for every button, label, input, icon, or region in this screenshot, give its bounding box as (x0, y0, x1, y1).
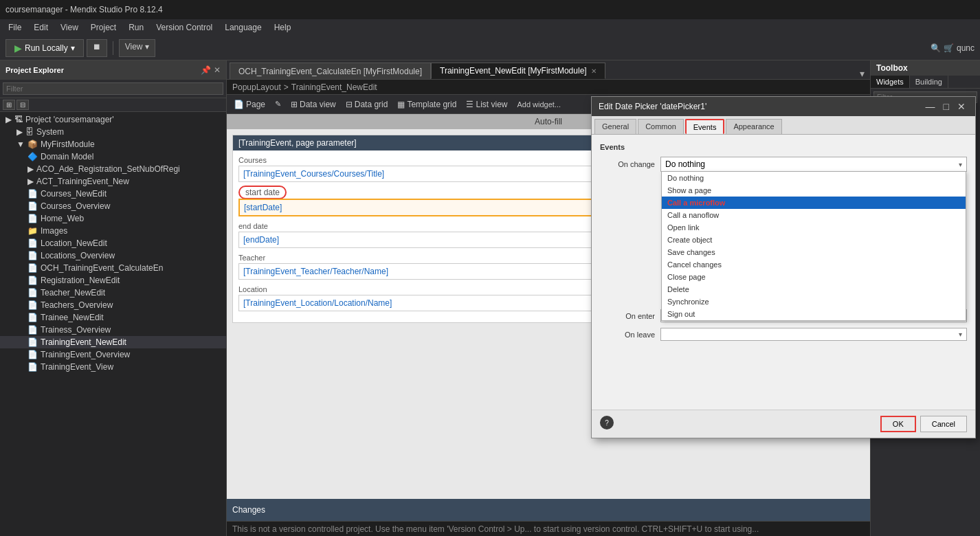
template-grid-btn[interactable]: ▦ Template grid (393, 98, 460, 111)
sidebar-header: Project Explorer 📌 ✕ (0, 60, 226, 80)
tree-courses-newedit[interactable]: 📄 Courses_NewEdit (0, 188, 226, 200)
tree-myfirstmodule[interactable]: ▼ 📦 MyFirstModule (0, 138, 226, 150)
tree-registration-newedit[interactable]: 📄 Registration_NewEdit (0, 274, 226, 287)
page-icon: 📄 (27, 300, 38, 310)
sidebar-filter-input[interactable] (3, 82, 223, 95)
option-synchronize[interactable]: Synchronize (662, 295, 966, 308)
menu-version-control[interactable]: Version Control (151, 21, 218, 34)
page-btn[interactable]: 📄 Page (230, 98, 269, 111)
tree-trainingevent-overview[interactable]: 📄 TrainingEvent_Overview (0, 348, 226, 361)
dialog-tab-general[interactable]: General (594, 119, 636, 134)
on-leave-label: On leave (600, 331, 655, 339)
tab-trainingevent[interactable]: TrainingEvent_NewEdit [MyFirstModule] ✕ (431, 63, 605, 79)
tree-act[interactable]: ▶ ACT_TrainingEvent_New (0, 175, 226, 188)
tab-close-icon[interactable]: ✕ (591, 67, 597, 75)
tree-images[interactable]: 📁 Images (0, 225, 226, 237)
run-dropdown-arrow[interactable]: ▾ (71, 43, 75, 53)
menu-language[interactable]: Language (219, 21, 267, 34)
menu-project[interactable]: Project (85, 21, 122, 34)
option-cancel-changes[interactable]: Cancel changes (662, 258, 966, 271)
breadcrumb-popuplayout[interactable]: PopupLayout (232, 82, 281, 92)
tree-home-web[interactable]: 📄 Home_Web (0, 212, 226, 225)
option-call-nanoflow[interactable]: Call a nanoflow (662, 209, 966, 221)
run-locally-button[interactable]: ▶ Run Locally ▾ (5, 39, 84, 57)
dialog-tab-common[interactable]: Common (638, 119, 684, 134)
tree-teacher-newedit[interactable]: 📄 Teacher_NewEdit (0, 287, 226, 299)
tree-trainee-newedit[interactable]: 📄 Trainee_NewEdit (0, 311, 226, 324)
title-text: coursemanager - Mendix Studio Pro 8.12.4 (5, 5, 163, 14)
menu-run[interactable]: Run (123, 21, 149, 34)
listview-icon: ☰ (466, 100, 474, 109)
option-do-nothing[interactable]: Do nothing (662, 172, 966, 184)
tree-trainingevent-newedit[interactable]: 📄 TrainingEvent_NewEdit (0, 336, 226, 348)
dialog-close-btn[interactable]: ✕ (955, 101, 968, 112)
collapse-btn[interactable]: ⊞ (3, 100, 15, 110)
tree-location-newedit[interactable]: 📄 Location_NewEdit (0, 237, 226, 249)
dialog-title-bar: Edit Date Picker 'datePicker1' — □ ✕ (592, 97, 975, 116)
list-view-btn[interactable]: ☰ List view (462, 98, 511, 111)
tree-system[interactable]: ▶ 🗄 System (0, 126, 226, 138)
breadcrumb-page[interactable]: TrainingEvent_NewEdit (291, 82, 377, 92)
dialog-help-icon[interactable]: ? (600, 416, 614, 429)
option-create-object[interactable]: Create object (662, 234, 966, 246)
page-icon: 📄 (27, 276, 38, 285)
tree-domain-model[interactable]: 🔷 Domain Model (0, 150, 226, 163)
tab-building[interactable]: Building (910, 76, 948, 88)
close-sidebar-icon[interactable]: ✕ (214, 65, 221, 75)
tree-courses-overview[interactable]: 📄 Courses_Overview (0, 200, 226, 212)
option-sign-out[interactable]: Sign out (662, 308, 966, 320)
menu-file[interactable]: File (3, 21, 27, 34)
data-grid-btn[interactable]: ⊟ Data grid (342, 98, 392, 111)
page-icon: 📄 (27, 288, 38, 298)
on-change-arrow: ▾ (959, 161, 962, 168)
view-dropdown-arrow[interactable]: ▾ (145, 42, 149, 52)
on-leave-row: On leave ▾ (600, 328, 967, 341)
option-close-page[interactable]: Close page (662, 271, 966, 283)
dialog-tab-events[interactable]: Events (685, 119, 725, 134)
search-icon[interactable]: 🔍 (931, 43, 941, 53)
pin-icon[interactable]: 📌 (201, 65, 211, 75)
run-locally-label: Run Locally (25, 43, 68, 53)
tree-och[interactable]: 📄 OCH_TrainingEvent_CalculateEn (0, 262, 226, 274)
tree-locations-overview[interactable]: 📄 Locations_Overview (0, 249, 226, 262)
tab-widgets[interactable]: Widgets (871, 76, 910, 88)
option-save-changes[interactable]: Save changes (662, 246, 966, 258)
add-widget-btn[interactable]: Add widget... (513, 99, 565, 110)
dialog-minimize-btn[interactable]: — (923, 101, 938, 112)
option-show-page[interactable]: Show a page (662, 184, 966, 197)
menu-view[interactable]: View (55, 21, 84, 34)
edit-date-picker-dialog[interactable]: Edit Date Picker 'datePicker1' — □ ✕ Gen… (591, 96, 976, 438)
expand-btn[interactable]: ⊟ (16, 100, 29, 110)
toolbar: ▶ Run Locally ▾ ⏹ View ▾ 🔍 🛒 qunc (0, 36, 980, 60)
menu-help[interactable]: Help (269, 21, 297, 34)
edit-btn[interactable]: ✎ (271, 98, 285, 110)
option-call-microflow[interactable]: Call a microflow (662, 197, 966, 209)
tree-project-root[interactable]: ▶ 🏗 Project 'coursemanager' (0, 113, 226, 126)
tab-dropdown-arrow[interactable]: ▾ (854, 68, 870, 79)
data-view-btn[interactable]: ⊞ Data view (287, 98, 340, 111)
aco-icon: ▶ (27, 164, 34, 174)
option-open-link[interactable]: Open link (662, 221, 966, 234)
dialog-tab-appearance[interactable]: Appearance (726, 119, 781, 134)
dialog-ok-button[interactable]: OK (880, 416, 916, 432)
dialog-maximize-btn[interactable]: □ (941, 101, 952, 112)
tree-expand-icon: ▶ (5, 115, 12, 124)
on-change-dropdown[interactable]: Do nothing ▾ Do nothing Show a page Call… (660, 157, 967, 172)
page-icon: 📄 (27, 337, 38, 347)
tab-och[interactable]: OCH_TrainingEvent_CalculateEn [MyFirstMo… (230, 63, 431, 79)
view-button[interactable]: View ▾ (119, 39, 155, 57)
dialog-cancel-button[interactable]: Cancel (920, 416, 967, 432)
on-change-dropdown-list[interactable]: Do nothing Show a page Call a microflow … (661, 171, 966, 321)
tree-aco[interactable]: ▶ ACO_Ade_Registration_SetNubOfRegi (0, 163, 226, 175)
option-delete[interactable]: Delete (662, 283, 966, 295)
tree-teachers-overview[interactable]: 📄 Teachers_Overview (0, 299, 226, 311)
footer-spacer (618, 416, 876, 432)
toolbar-sep (113, 41, 113, 55)
tree-trainess-overview[interactable]: 📄 Trainess_Overview (0, 324, 226, 336)
page-icon: 📄 (234, 100, 244, 109)
tree-trainingevent-view[interactable]: 📄 TrainingEvent_View (0, 361, 226, 373)
menu-edit[interactable]: Edit (28, 21, 54, 34)
on-leave-dropdown[interactable]: ▾ (660, 328, 967, 341)
stop-button[interactable]: ⏹ (87, 39, 107, 57)
dialog-tabs: General Common Events Appearance (592, 116, 975, 135)
